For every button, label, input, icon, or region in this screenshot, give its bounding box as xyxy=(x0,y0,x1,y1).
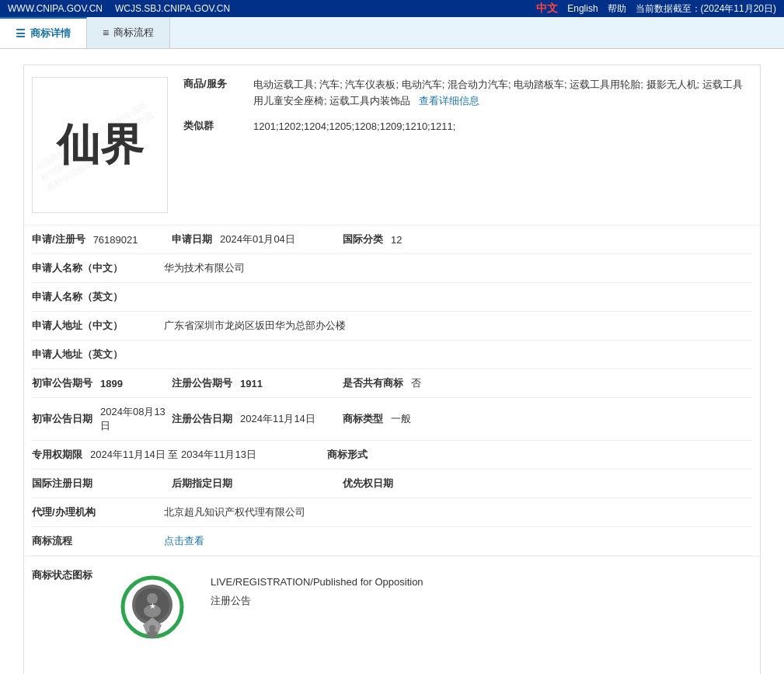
reg-pub-no-label: 注册公告期号 xyxy=(172,376,232,390)
address-cn-value: 广东省深圳市龙岗区坂田华为总部办公楼 xyxy=(164,319,346,333)
priority-date-cell: 优先权日期 xyxy=(343,477,483,491)
prelim-pub-date-cell: 初审公告日期 2024年08月13日 xyxy=(32,405,172,433)
site1-link[interactable]: WWW.CNIPA.GOV.CN xyxy=(8,3,103,14)
prelim-pub-no-value: 1899 xyxy=(100,378,123,389)
reg-pub-date-cell: 注册公告日期 2024年11月14日 xyxy=(172,412,343,426)
reg-pub-date-value: 2024年11月14日 xyxy=(240,412,315,426)
info-section: 申请/注册号 76189021 申请日期 2024年01月04日 国际分类 12… xyxy=(24,225,760,556)
row-applicant-en: 申请人名称（英文） xyxy=(32,283,752,312)
reg-no-label: 申请/注册号 xyxy=(32,232,85,246)
tab-trademark-detail-label: 商标详情 xyxy=(30,26,71,40)
chinese-flag-link[interactable]: 中文 xyxy=(536,2,558,16)
shared-trademark-value: 否 xyxy=(411,376,421,390)
exclusive-period-value: 2024年11月14日 至 2034年11月13日 xyxy=(90,448,256,462)
status-section: 商标状态图标 ★ xyxy=(24,556,760,665)
row-agent: 代理/办理机构 北京超凡知识产权代理有限公司 xyxy=(32,498,752,527)
svg-point-8 xyxy=(147,630,158,638)
trademark-type-cell: 商标类型 一般 xyxy=(343,412,483,426)
trademark-type-label: 商标类型 xyxy=(343,412,383,426)
english-link[interactable]: English xyxy=(567,3,598,14)
prelim-pub-no-label: 初审公告期号 xyxy=(32,376,92,390)
later-designation-label: 后期指定日期 xyxy=(172,477,232,491)
similar-group-label: 类似群 xyxy=(183,119,246,135)
later-designation-cell: 后期指定日期 xyxy=(172,477,343,491)
shared-trademark-cell: 是否共有商标 否 xyxy=(343,376,483,390)
site2-link[interactable]: WCJS.SBJ.CNIPA.GOV.CN xyxy=(115,3,230,14)
goods-detail-link[interactable]: 查看详细信息 xyxy=(419,95,479,107)
row-address-cn: 申请人地址（中文） 广东省深圳市龙岗区坂田华为总部办公楼 xyxy=(32,312,752,340)
status-text-section: LIVE/REGISTRATION/Published for Oppositi… xyxy=(211,568,423,608)
row-pub-dates: 初审公告日期 2024年08月13日 注册公告日期 2024年11月14日 商标… xyxy=(32,398,752,441)
main-content: 中国商标中国商标中国商标中国商标中国商标中国商标中国商标中国商标中国商标中国商标… xyxy=(0,49,784,674)
status-text1: LIVE/REGISTRATION/Published for Oppositi… xyxy=(211,576,423,588)
flow-link[interactable]: 点击查看 xyxy=(164,534,204,548)
app-date-value: 2024年01月04日 xyxy=(220,232,295,246)
address-cn-label: 申请人地址（中文） xyxy=(32,319,141,333)
reg-pub-date-label: 注册公告日期 xyxy=(172,412,232,426)
flow-label: 商标流程 xyxy=(32,534,141,548)
row-intl-dates: 国际注册日期 后期指定日期 优先权日期 xyxy=(32,470,752,498)
tab-trademark-flow[interactable]: ≡ 商标流程 xyxy=(87,17,170,48)
priority-date-label: 优先权日期 xyxy=(343,477,393,491)
trademark-form-label: 商标形式 xyxy=(327,448,368,462)
intl-reg-date-cell: 国际注册日期 xyxy=(32,477,172,491)
agent-label: 代理/办理机构 xyxy=(32,505,141,519)
goods-services-label: 商品/服务 xyxy=(183,77,246,110)
intl-class-value: 12 xyxy=(391,234,402,246)
row-pub-nos: 初审公告期号 1899 注册公告期号 1911 是否共有商标 否 xyxy=(32,369,752,398)
goods-services-row: 商品/服务 电动运载工具; 汽车; 汽车仪表板; 电动汽车; 混合动力汽车; 电… xyxy=(183,77,752,110)
reg-no-cell: 申请/注册号 76189021 xyxy=(32,232,172,246)
exclusive-period-cell: 专用权期限 2024年11月14日 至 2034年11月13日 xyxy=(32,448,327,462)
trademark-form-cell: 商标形式 xyxy=(327,448,375,462)
reg-no-value: 76189021 xyxy=(93,234,138,246)
goods-services-section: 商品/服务 电动运载工具; 汽车; 汽车仪表板; 电动汽车; 混合动力汽车; 电… xyxy=(183,77,752,144)
goods-services-value: 电动运载工具; 汽车; 汽车仪表板; 电动汽车; 混合动力汽车; 电动踏板车; … xyxy=(253,77,752,110)
svg-text:★: ★ xyxy=(149,602,156,610)
tabs-bar: ☰ 商标详情 ≡ 商标流程 xyxy=(0,17,784,49)
exclusive-period-label: 专用权期限 xyxy=(32,448,82,462)
prelim-pub-no-cell: 初审公告期号 1899 xyxy=(32,376,172,390)
top-section: 中国商标中国商标中国商标中国商标中国商标中国商标中国商标中国商标中国商标中国商标… xyxy=(24,65,760,225)
reg-pub-no-value: 1911 xyxy=(240,378,263,389)
shared-trademark-label: 是否共有商标 xyxy=(343,376,403,390)
reg-pub-no-cell: 注册公告期号 1911 xyxy=(172,376,343,390)
status-svg-icon: ★ xyxy=(113,572,191,650)
top-bar: WWW.CNIPA.GOV.CN WCJS.SBJ.CNIPA.GOV.CN 中… xyxy=(0,0,784,17)
date-info: 当前数据截至：(2024年11月20日) xyxy=(636,2,776,16)
prelim-pub-date-value: 2024年08月13日 xyxy=(100,405,172,433)
disclaimer: 仅供参考，不具有法律效力 xyxy=(24,665,760,674)
top-bar-left: WWW.CNIPA.GOV.CN WCJS.SBJ.CNIPA.GOV.CN xyxy=(8,3,230,14)
applicant-en-label: 申请人名称（英文） xyxy=(32,290,141,304)
status-text2: 注册公告 xyxy=(211,594,423,608)
prelim-pub-date-label: 初审公告日期 xyxy=(32,412,92,426)
status-label-cell: 商标状态图标 xyxy=(32,568,94,582)
similar-group-value: 1201;1202;1204;1205;1208;1209;1210;1211; xyxy=(253,119,455,135)
row-reg-no: 申请/注册号 76189021 申请日期 2024年01月04日 国际分类 12 xyxy=(32,225,752,254)
agent-value: 北京超凡知识产权代理有限公司 xyxy=(164,505,305,519)
tab-trademark-detail[interactable]: ☰ 商标详情 xyxy=(0,17,87,48)
intl-reg-date-label: 国际注册日期 xyxy=(32,477,92,491)
row-address-en: 申请人地址（英文） xyxy=(32,340,752,369)
help-link[interactable]: 帮助 xyxy=(608,2,626,16)
top-bar-right: 中文 English 帮助 当前数据截至：(2024年11月20日) xyxy=(536,2,776,16)
trademark-logo-text: 仙界 xyxy=(57,116,144,175)
address-en-label: 申请人地址（英文） xyxy=(32,347,141,361)
row-exclusive-period: 专用权期限 2024年11月14日 至 2034年11月13日 商标形式 xyxy=(32,441,752,470)
trademark-card: 中国商标中国商标中国商标中国商标中国商标中国商标中国商标中国商标中国商标中国商标… xyxy=(23,65,761,674)
intl-class-label: 国际分类 xyxy=(343,232,383,246)
row-flow: 商标流程 点击查看 xyxy=(32,527,752,556)
tab-trademark-flow-label: 商标流程 xyxy=(113,26,154,40)
status-icon-label: 商标状态图标 xyxy=(32,569,92,581)
trademark-flow-icon: ≡ xyxy=(103,26,109,39)
svg-point-7 xyxy=(149,625,155,631)
intl-class-cell: 国际分类 12 xyxy=(343,232,483,246)
trademark-type-value: 一般 xyxy=(391,412,411,426)
applicant-cn-value: 华为技术有限公司 xyxy=(164,261,245,275)
applicant-cn-label: 申请人名称（中文） xyxy=(32,261,141,275)
similar-group-row: 类似群 1201;1202;1204;1205;1208;1209;1210;1… xyxy=(183,119,752,135)
trademark-detail-icon: ☰ xyxy=(16,27,26,40)
app-date-cell: 申请日期 2024年01月04日 xyxy=(172,232,343,246)
status-icon-container: ★ xyxy=(110,568,195,654)
trademark-logo: 中国商标中国商标中国商标中国商标中国商标中国商标中国商标中国商标中国商标中国商标… xyxy=(32,77,168,213)
app-date-label: 申请日期 xyxy=(172,232,212,246)
